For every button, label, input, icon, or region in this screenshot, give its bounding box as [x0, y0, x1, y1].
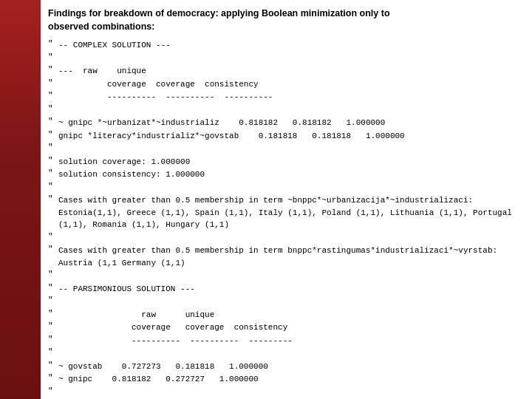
cases1-line: " Cases with greater than 0.5 membership…	[48, 194, 523, 231]
par-row2-vals: 0.818182 0.272727 1.000000	[92, 375, 258, 383]
solution-consistency: solution consistency: 1.000000	[58, 168, 523, 181]
par-row1-vals: 0.727273 0.181818 1.000000	[102, 362, 267, 371]
cases2: Cases with greater than 0.5 membership i…	[58, 245, 523, 269]
empty-line-3: "	[48, 143, 523, 155]
parsimonious-header: -- PARSIMONIOUS SOLUTION ---	[58, 283, 523, 296]
row1: " ~ gnipc *~urbanizat*~industrializ 0.81…	[48, 117, 523, 129]
par-header-2: " coverage coverage consistency	[48, 321, 523, 334]
table-header-1: " --- raw unique	[48, 65, 523, 78]
complex-header-line: " -- COMPLEX SOLUTION ---	[48, 39, 523, 52]
empty-line-6: "	[48, 270, 523, 282]
complex-header: -- COMPLEX SOLUTION ---	[58, 39, 523, 52]
table-divider: " ---------- ---------- ----------	[48, 91, 523, 103]
empty-line-1: "	[48, 52, 523, 65]
par-table-header: raw unique	[58, 309, 523, 321]
row2-vals: 0.181818 0.181818 1.000000	[239, 132, 404, 140]
empty-line-8: "	[48, 347, 523, 360]
table-header-2: " coverage coverage consistency	[48, 78, 523, 91]
par-row1-label: ~ govstab	[58, 362, 102, 371]
par-row2-label: ~ gnipc	[58, 375, 92, 383]
empty-line-5: "	[48, 232, 523, 245]
row2: " gnipc *literacy*industrializ*~govstab …	[48, 130, 523, 143]
left-sidebar	[0, 0, 41, 399]
divider: ---------- ---------- ----------	[58, 91, 523, 103]
empty-line-2: "	[48, 104, 523, 117]
main-content: Findings for breakdown of democracy: app…	[41, 0, 532, 399]
parsimonious-header-line: " -- PARSIMONIOUS SOLUTION ---	[48, 283, 523, 296]
par-divider-text: ---------- ---------- ---------	[58, 335, 523, 347]
par-divider: " ---------- ---------- ---------	[48, 335, 523, 347]
par-table-cov: coverage coverage consistency	[58, 321, 523, 334]
par-row2: " ~ gnipc 0.818182 0.272727 1.000000	[48, 373, 523, 386]
cases1: Cases with greater than 0.5 membership i…	[58, 194, 523, 231]
empty-line-7: "	[48, 296, 523, 308]
table-header-raw: --- raw unique	[58, 65, 523, 78]
cases2-line: " Cases with greater than 0.5 membership…	[48, 245, 523, 269]
par-header-1: " raw unique	[48, 309, 523, 321]
bullet: "	[48, 39, 58, 48]
table-header-cov: coverage coverage consistency	[58, 78, 523, 91]
row1-vals: 0.818182 0.818182 1.000000	[219, 118, 385, 127]
row1-label: ~ gnipc *~urbanizat*~industrializ	[58, 118, 219, 127]
sol-coverage: " solution coverage: 1.000000	[48, 156, 523, 168]
page-title: Findings for breakdown of democracy: app…	[48, 7, 523, 33]
sol-consistency: " solution consistency: 1.000000	[48, 168, 523, 181]
empty-line-9: "	[48, 386, 523, 399]
empty-line-4: "	[48, 182, 523, 194]
par-row1: " ~ govstab 0.727273 0.181818 1.000000	[48, 361, 523, 373]
row2-label: gnipc *literacy*industrializ*~govstab	[58, 132, 239, 140]
solution-coverage: solution coverage: 1.000000	[58, 156, 523, 168]
